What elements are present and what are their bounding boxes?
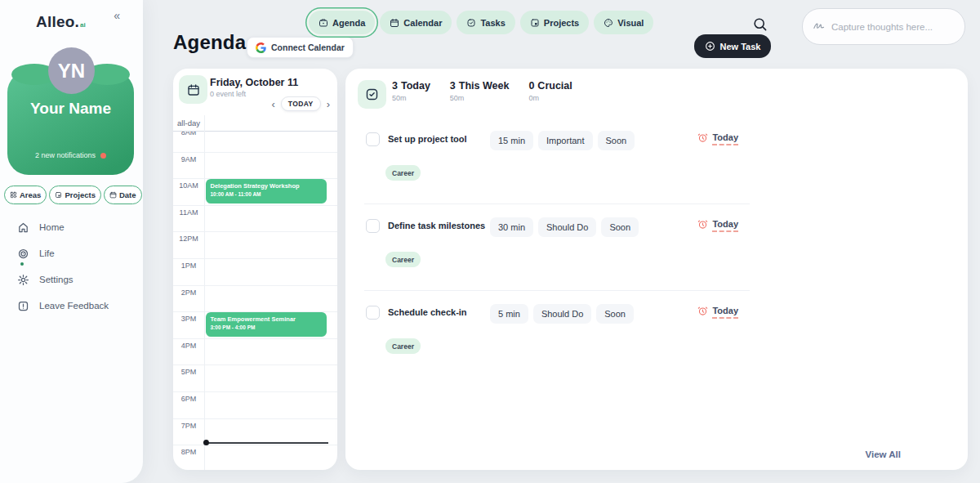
task-list: Set up project tool 15 minImportantSoon …	[364, 118, 750, 378]
filter-pill-date[interactable]: Date	[104, 186, 142, 204]
task-badge[interactable]: 5 min	[490, 304, 528, 324]
task-badge[interactable]: Soon	[596, 304, 634, 324]
task-checkbox[interactable]	[366, 306, 380, 320]
stat-crucial: 0Crucial 0m	[528, 80, 572, 102]
task-badges: 30 minShould DoSoon	[490, 217, 639, 237]
tab-tasks[interactable]: Tasks	[457, 11, 514, 34]
search-button[interactable]	[752, 13, 773, 34]
task-badge[interactable]: Soon	[598, 131, 635, 150]
task-badge[interactable]: 15 min	[490, 131, 533, 150]
page-title: Agenda	[173, 31, 246, 54]
sidebar: Alleo.ai « YN Your Name 2 new notificati…	[0, 0, 143, 483]
calendar-panel: Friday, October 11 0 event left ‹ TODAY …	[173, 69, 337, 470]
task-badge[interactable]: Important	[538, 131, 592, 150]
capture-box	[802, 8, 965, 45]
calendar-date: Friday, October 11	[210, 77, 298, 88]
tab-label: Visual	[617, 18, 644, 28]
task-due-label: Today	[712, 306, 738, 319]
task-badge[interactable]: Should Do	[533, 304, 591, 324]
today-button[interactable]: TODAY	[281, 96, 321, 111]
filter-pill-label: Date	[119, 190, 136, 199]
stat-label: Crucial	[537, 80, 572, 92]
google-g-icon	[256, 42, 266, 53]
task-due[interactable]: Today	[697, 219, 738, 232]
view-all-link[interactable]: View All	[866, 449, 901, 459]
all-day-label: all-day	[173, 115, 204, 127]
task-badge[interactable]: Soon	[601, 217, 639, 237]
sidebar-item-label: Life	[39, 248, 55, 258]
filter-pill-label: Projects	[65, 190, 96, 199]
all-day-row: all-day	[173, 115, 337, 132]
task-tag[interactable]: Career	[385, 165, 421, 181]
search-icon	[752, 16, 773, 32]
task-tag[interactable]: Career	[385, 252, 421, 267]
stat-count: 3	[392, 80, 398, 92]
task-row: Set up project tool 15 minImportantSoon …	[364, 118, 750, 204]
task-title[interactable]: Set up project tool	[388, 134, 489, 144]
task-title[interactable]: Define task milestones	[388, 221, 489, 230]
task-row: Schedule check-in 5 minShould DoSoon Tod…	[364, 291, 750, 378]
tasks-icon-box	[358, 80, 386, 109]
tab-calendar[interactable]: Calendar	[380, 11, 452, 34]
sidebar-filters: Areas Projects Date	[4, 186, 141, 204]
tab-agenda[interactable]: Agenda	[309, 11, 375, 34]
calendar-icon	[187, 83, 200, 96]
sidebar-item-settings[interactable]: Settings	[0, 266, 143, 293]
calendar-body: 8AM 9AM 10AM 11AM 12PM 1PM 2PM 3PM	[173, 115, 337, 470]
prev-day-button[interactable]: ‹	[270, 99, 275, 110]
event-time: 10:00 AM - 11:00 AM	[211, 191, 322, 197]
sidebar-item-leave-feedback[interactable]: Leave Feedback	[0, 293, 143, 319]
filter-pill-projects[interactable]: Projects	[49, 186, 101, 204]
alarm-icon	[697, 219, 708, 230]
task-badge[interactable]: Should Do	[538, 217, 596, 237]
task-due-label: Today	[712, 219, 738, 232]
sidebar-menu: Home Life Settings Leave Feedback	[0, 214, 143, 319]
calendar-event[interactable]: Team Empowerment Seminar 3:00 PM - 4:00 …	[206, 312, 327, 337]
notification-dot	[100, 153, 106, 159]
sidebar-item-life[interactable]: Life	[0, 240, 143, 266]
stat-duration: 50m	[392, 94, 430, 102]
calendar-nav: ‹ TODAY ›	[270, 96, 331, 111]
check-square-icon	[365, 87, 379, 101]
collapse-sidebar-icon[interactable]: «	[114, 9, 120, 22]
capture-input[interactable]	[831, 22, 954, 32]
calendar-event[interactable]: Delegation Strategy Workshop 10:00 AM - …	[206, 179, 327, 203]
task-due[interactable]: Today	[697, 306, 738, 319]
tab-label: Calendar	[403, 18, 442, 28]
filter-pill-areas[interactable]: Areas	[4, 186, 47, 204]
task-title[interactable]: Schedule check-in	[388, 307, 489, 317]
notifications-label: 2 new notifications	[35, 151, 96, 159]
next-day-button[interactable]: ›	[326, 99, 331, 110]
tab-label: Projects	[544, 18, 579, 28]
projects-icon	[530, 18, 540, 28]
task-due[interactable]: Today	[697, 132, 738, 145]
scribble-icon	[813, 20, 825, 33]
task-row: Define task milestones 30 minShould DoSo…	[364, 204, 750, 291]
feedback-icon	[17, 300, 29, 312]
plus-circle-icon	[705, 41, 715, 51]
task-checkbox[interactable]	[366, 132, 380, 146]
calendar-icon-box	[179, 75, 207, 104]
stat-label: This Week	[459, 80, 510, 92]
sidebar-item-label: Home	[39, 222, 65, 232]
task-tag[interactable]: Career	[385, 338, 421, 354]
task-checkbox[interactable]	[366, 219, 380, 233]
tab-visual[interactable]: Visual	[594, 11, 653, 34]
avatar[interactable]: YN	[48, 47, 95, 94]
projects-grid-icon	[55, 191, 62, 199]
stat-today: 3Today 50m	[392, 80, 430, 102]
main-tabs: Agenda Calendar Tasks Projects Visual	[309, 11, 653, 34]
new-task-label: New Task	[720, 42, 761, 51]
sidebar-item-home[interactable]: Home	[0, 214, 143, 240]
notifications-link[interactable]: 2 new notifications	[7, 151, 134, 159]
stat-count: 3	[450, 80, 456, 92]
tab-projects[interactable]: Projects	[520, 11, 589, 34]
app-logo[interactable]: Alleo.ai	[36, 13, 86, 31]
current-time-indicator	[204, 442, 328, 444]
connect-calendar-button[interactable]: Connect Calendar	[247, 37, 354, 58]
gear-icon	[17, 274, 29, 286]
new-task-button[interactable]: New Task	[694, 34, 771, 58]
task-badge[interactable]: 30 min	[490, 217, 533, 237]
stat-duration: 0m	[528, 94, 572, 102]
task-badges: 15 minImportantSoon	[490, 131, 635, 150]
